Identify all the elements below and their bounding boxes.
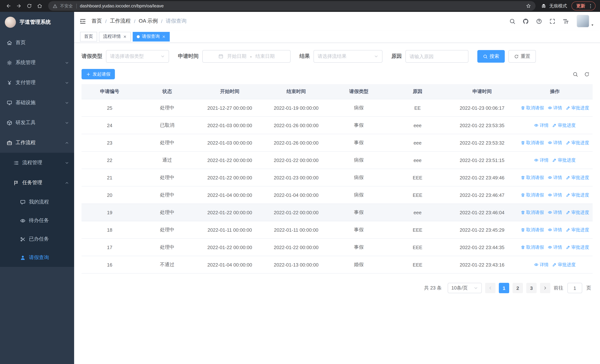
detail-action-link[interactable]: 详情 — [548, 227, 562, 233]
detail-action-link[interactable]: 详情 — [548, 174, 562, 181]
leave-type-cell: 事假 — [329, 117, 388, 134]
cancel-action-link[interactable]: 取消请假 — [521, 209, 544, 215]
cancel-action-link[interactable]: 取消请假 — [521, 192, 544, 198]
security-warning-icon[interactable] — [53, 3, 57, 8]
sidebar-item-infrastructure[interactable]: 基础设施 — [0, 93, 74, 113]
github-icon[interactable] — [523, 18, 529, 24]
fullscreen-icon[interactable] — [549, 18, 555, 24]
breadcrumb-item: 请假查询 — [166, 18, 187, 24]
sidebar-item-payment[interactable]: 支付管理 — [0, 73, 74, 93]
sidebar-item-dev-tools[interactable]: 研发工具 — [0, 113, 74, 133]
prev-page-button[interactable] — [485, 283, 496, 293]
detail-action-link[interactable]: 详情 — [534, 261, 549, 268]
column-header: 开始时间 — [197, 84, 263, 99]
update-label: 更新 — [576, 3, 585, 9]
progress-action-link[interactable]: 审批进度 — [566, 105, 589, 111]
cancel-action-link[interactable]: 取消请假 — [521, 174, 544, 181]
row-actions: 详情审批进度 — [517, 152, 593, 169]
tab-leave-query[interactable]: 请假查询 — [133, 32, 170, 41]
breadcrumb-item[interactable]: 首页 — [92, 18, 102, 24]
detail-action-link[interactable]: 详情 — [548, 192, 562, 198]
progress-action-link[interactable]: 审批进度 — [552, 261, 576, 268]
tab-close-icon[interactable] — [123, 35, 127, 38]
progress-action-link[interactable]: 审批进度 — [566, 244, 589, 250]
browser-menu-icon[interactable] — [588, 3, 593, 9]
sidebar-item-todo-task[interactable]: 待办任务 — [0, 211, 74, 230]
apply-time-range-picker[interactable]: 开始日期 - 结束日期 — [202, 50, 291, 63]
goto-page-input[interactable] — [567, 283, 582, 293]
progress-action-link[interactable]: 审批进度 — [552, 122, 576, 129]
detail-action-link[interactable]: 详情 — [534, 157, 549, 163]
sidebar-item-my-process[interactable]: 我的流程 — [0, 193, 74, 211]
browser-home-button[interactable] — [35, 1, 45, 11]
progress-action-link[interactable]: 审批进度 — [566, 140, 589, 146]
trash-icon — [521, 140, 525, 145]
eye-icon — [534, 158, 539, 162]
tab-close-icon[interactable] — [162, 35, 166, 38]
result-select[interactable]: 请选择流结果 — [314, 50, 383, 63]
app-logo[interactable]: 芋道管理系统 — [0, 12, 74, 33]
progress-action-link[interactable]: 审批进度 — [566, 227, 589, 233]
apply-time-cell: 2022-01-23 00:06:17 — [447, 99, 517, 116]
browser-forward-button[interactable] — [14, 1, 24, 11]
status-cell: 处理中 — [138, 239, 197, 256]
sidebar-item-system[interactable]: 系统管理 — [0, 53, 74, 73]
breadcrumb-item[interactable]: OA 示例 — [139, 18, 158, 24]
font-size-icon[interactable] — [562, 18, 569, 24]
cancel-action-link[interactable]: 取消请假 — [521, 227, 544, 233]
detail-action-link[interactable]: 详情 — [548, 140, 562, 146]
eye-icon — [548, 140, 552, 145]
cancel-action-link[interactable]: 取消请假 — [521, 140, 544, 146]
leave-type-select[interactable]: 请选择请假类型 — [106, 50, 169, 63]
sidebar-item-workflow[interactable]: 工作流程 — [0, 133, 74, 153]
chevron-down-icon — [65, 161, 69, 165]
chevron-left-icon — [488, 286, 493, 290]
toggle-search-icon[interactable] — [572, 71, 578, 77]
detail-action-link[interactable]: 详情 — [548, 209, 562, 215]
refresh-icon — [514, 54, 519, 59]
cancel-action-link[interactable]: 取消请假 — [521, 105, 544, 111]
sidebar-item-done-task[interactable]: 已办任务 — [0, 230, 74, 248]
bookmark-star-icon[interactable] — [526, 3, 531, 9]
row-actions: 取消请假详情审批进度 — [517, 99, 593, 116]
calendar-icon — [218, 54, 224, 59]
create-leave-button[interactable]: 发起请假 — [82, 69, 115, 79]
tab-home[interactable]: 首页 — [80, 32, 97, 41]
detail-action-link[interactable]: 详情 — [548, 105, 562, 111]
sidebar-item-process-mgmt[interactable]: 流程管理 — [0, 153, 74, 173]
browser-back-button[interactable] — [4, 1, 13, 11]
user-menu[interactable] — [577, 15, 594, 28]
page-button-2[interactable]: 2 — [513, 283, 523, 293]
reason-cell: eee — [388, 152, 447, 169]
chevron-down-icon — [474, 286, 478, 290]
page-button-3[interactable]: 3 — [526, 283, 537, 293]
browser-update-button[interactable]: 更新 — [572, 1, 596, 10]
progress-action-link[interactable]: 审批进度 — [566, 192, 589, 198]
address-bar[interactable]: 不安全 dashboard.yudao.iocoder.cn/bpm/oa/le… — [48, 1, 535, 11]
sidebar-item-home[interactable]: 首页 — [0, 33, 74, 53]
top-header: 首页/工作流程/OA 示例/请假查询 — [74, 12, 600, 30]
sidebar-item-leave-query[interactable]: 请假查询 — [0, 248, 74, 267]
sidebar-item-task-mgmt[interactable]: 任务管理 — [0, 173, 74, 193]
page-size-select[interactable]: 10条/页 — [448, 283, 482, 293]
reason-input[interactable] — [410, 54, 464, 59]
tab-process-detail[interactable]: 流程详情 — [99, 32, 131, 41]
detail-action-link[interactable]: 详情 — [548, 244, 562, 250]
cancel-action-link[interactable]: 取消请假 — [521, 244, 544, 250]
search-button[interactable]: 搜索 — [477, 50, 505, 63]
next-page-button[interactable] — [540, 283, 550, 293]
refresh-table-icon[interactable] — [584, 71, 590, 77]
browser-reload-button[interactable] — [24, 1, 34, 11]
table-row: 23处理中2022-01-03 00:00:002022-01-26 00:00… — [82, 134, 593, 152]
progress-action-link[interactable]: 审批进度 — [566, 174, 589, 181]
start-time-cell: 2022-01-04 00:00:00 — [197, 256, 263, 273]
progress-action-link[interactable]: 审批进度 — [552, 157, 576, 163]
progress-action-link[interactable]: 审批进度 — [566, 209, 589, 215]
help-icon[interactable] — [536, 18, 542, 24]
breadcrumb-item[interactable]: 工作流程 — [110, 18, 131, 24]
reset-button[interactable]: 重置 — [508, 50, 536, 63]
page-button-1[interactable]: 1 — [499, 283, 509, 293]
sidebar-collapse-button[interactable] — [79, 18, 86, 25]
detail-action-link[interactable]: 详情 — [534, 122, 549, 129]
header-search-icon[interactable] — [509, 18, 516, 24]
